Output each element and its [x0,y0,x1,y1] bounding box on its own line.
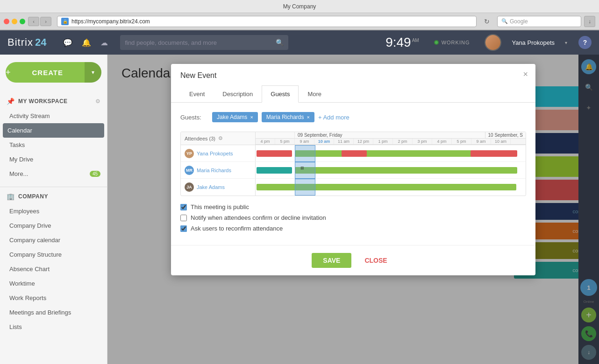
tab-description[interactable]: Description [214,85,262,103]
schedule-row-yana: YP Yana Prokopets [181,145,526,162]
close-window-button[interactable] [4,19,9,24]
tab-event[interactable]: Event [180,85,214,103]
forward-button[interactable]: › [40,17,51,26]
schedule-grid: Attendees (3) ⚙ 09 September, Friday 10 … [180,132,526,196]
header-search-icon: 🔍 [276,39,284,46]
guest-jake-adams-remove-button[interactable]: × [250,114,253,120]
jake-avatar: JA [185,182,194,192]
sidebar-more-badge: 45 [90,171,100,177]
help-button[interactable]: ? [578,36,592,49]
status-text: WORKING [442,40,470,45]
jake-name[interactable]: Jake Adams [197,184,225,190]
notify-attendees-checkbox[interactable] [180,215,187,221]
create-button-plus-icon: + [6,68,11,77]
time-slot-5pm: 5 pm [275,139,295,144]
time-slot-4pm: 4 pm [256,139,275,144]
create-button-label: CREATE [14,69,81,77]
user-name[interactable]: Yana Prokopets [512,39,555,46]
time-slot-9am: 9 am [295,139,314,144]
selected-time-highlight [295,145,315,162]
minimize-window-button[interactable] [12,19,17,24]
notify-attendees-label: Notify when attendees confirm or decline… [191,214,326,221]
header-icon-group: 💬 🔔 ☁ [63,38,108,47]
close-button[interactable]: CLOSE [357,253,394,268]
selected-time-highlight-maria [295,162,315,179]
sidebar-workspace-header[interactable]: 📌 MY WORKSPACE ⚙ [0,94,107,109]
browser-nav-buttons: ‹ › [28,17,51,26]
sidebar-item-company-structure-label: Company Structure [9,251,62,258]
cloud-icon[interactable]: ☁ [100,38,108,47]
sidebar-item-activity-stream[interactable]: Activity Stream [0,109,107,123]
sidebar-item-calendar-label: Calendar [7,127,32,134]
sidebar-item-company-calendar[interactable]: Company calendar [0,233,107,247]
sidebar-item-absence-chart[interactable]: Absence Chart [0,262,107,276]
maria-name[interactable]: Maria Richards [197,168,231,173]
date2-label: 10 September, S [485,132,526,138]
maria-person-col: MR Maria Richards [181,162,256,178]
sidebar-item-work-reports[interactable]: Work Reports [0,291,107,305]
yana-name[interactable]: Yana Prokopets [197,151,233,156]
yana-busy-bar-1 [257,150,292,157]
refresh-button[interactable]: ↻ [482,17,492,26]
sidebar-item-company-drive-label: Company Drive [9,222,51,229]
schedule-times-row: 4 pm 5 pm 9 am 10 am 11 am 12 pm 1 pm 2 … [256,139,526,145]
tab-more[interactable]: More [299,85,330,103]
user-avatar-image [485,35,500,50]
pre-date-spacer [256,132,295,138]
sidebar-item-lists[interactable]: Lists [0,320,107,334]
public-meeting-label: This meeting is public [191,203,249,210]
logo[interactable]: Bitrix 24 [7,36,46,49]
sidebar-item-worktime-label: Worktime [9,280,35,287]
checkbox-notify-attendees: Notify when attendees confirm or decline… [180,214,526,221]
sidebar-divider [0,187,107,187]
guest-tag-maria-richards: Maria Richards × [262,112,314,122]
sidebar-item-my-drive-label: My Drive [9,156,33,163]
back-button[interactable]: ‹ [28,17,39,26]
sidebar-item-more[interactable]: More... 45 [0,167,107,181]
url-bar[interactable]: 🔒 https://mycompany.bitrix24.com [57,16,477,27]
sidebar-item-meetings-briefings[interactable]: Meetings and Briefings [0,305,107,320]
guest-maria-richards-remove-button[interactable]: × [307,114,310,120]
reconfirm-checkbox[interactable] [180,225,187,232]
create-button-dropdown-arrow[interactable]: ▾ [85,62,101,83]
user-avatar[interactable] [485,34,501,51]
browser-download-button[interactable]: ↓ [584,16,595,27]
sidebar-item-calendar[interactable]: Calendar [3,123,104,138]
browser-search-bar[interactable]: 🔍 Google [497,16,581,27]
public-meeting-checkbox[interactable] [180,204,187,210]
schedule-gear-icon[interactable]: ⚙ [218,135,223,141]
user-menu-chevron[interactable]: ▾ [565,40,567,45]
chat-icon[interactable]: 💬 [63,38,72,47]
sidebar-item-company-structure[interactable]: Company Structure [0,247,107,262]
sidebar-item-lists-label: Lists [9,323,22,330]
guests-row: Guests: Jake Adams × Maria Richards × + … [180,112,526,122]
time-slot-4pm-2: 4 pm [432,139,452,144]
sidebar-item-activity-stream-label: Activity Stream [9,112,50,119]
sidebar-item-tasks[interactable]: Tasks [0,138,107,152]
sidebar-item-my-drive[interactable]: My Drive [0,152,107,167]
bell-icon[interactable]: 🔔 [82,38,91,47]
sidebar-item-worktime[interactable]: Worktime [0,276,107,291]
sidebar-workspace-gear-icon[interactable]: ⚙ [95,98,100,105]
header-status[interactable]: WORKING [434,40,470,45]
browser-search-placeholder: Google [510,18,528,25]
sidebar-item-work-reports-label: Work Reports [9,294,46,301]
status-indicator [434,40,439,45]
tab-guests[interactable]: Guests [262,85,299,103]
maximize-window-button[interactable] [20,19,25,24]
header-search-bar[interactable]: find people, documents, and more 🔍 [120,35,288,50]
new-event-modal: New Event × Event Description Guests [171,64,535,275]
maria-schedule-bars: ⊞ [256,162,526,179]
create-button[interactable]: + CREATE ▾ [6,62,101,83]
save-button[interactable]: SAVE [312,253,351,268]
modal-footer: SAVE CLOSE [171,245,535,275]
checkbox-public-meeting: This meeting is public [180,203,526,210]
add-more-guests-button[interactable]: + Add more [318,114,349,121]
sidebar-item-company-drive[interactable]: Company Drive [0,218,107,233]
time-slot-10am-2: 10 am [491,139,511,144]
modal-close-button[interactable]: × [523,70,528,79]
checkbox-reconfirm: Ask users to reconfirm attendance [180,225,526,232]
maria-available-bar [295,167,517,174]
url-text: https://mycompany.bitrix24.com [71,18,150,25]
sidebar-item-employees[interactable]: Employees [0,204,107,218]
